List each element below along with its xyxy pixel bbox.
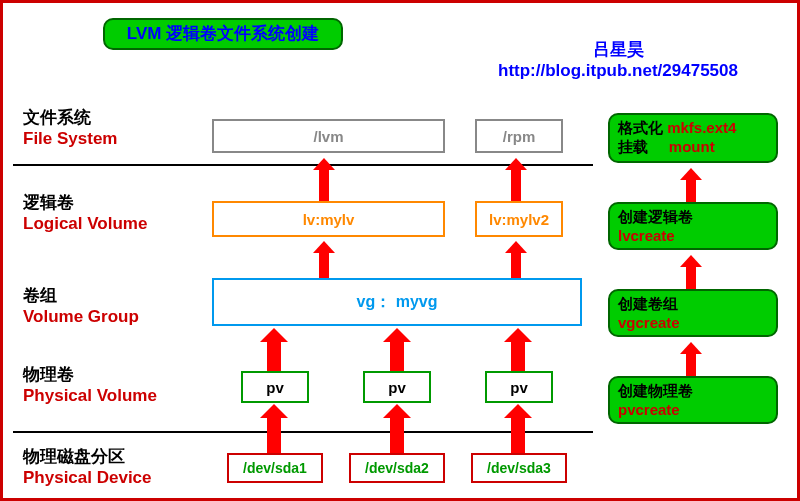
arrow-pd-to-pv-2 [390,418,404,453]
side-vgcreate-cn: 创建卷组 [618,295,678,312]
layer-vg-cn: 卷组 [23,284,139,307]
fs-lvm-box: /lvm [212,119,445,153]
side-lvcreate-cmd: lvcreate [618,227,675,244]
layer-pd-en: Physical Device [23,468,152,488]
pv-box-3: pv [485,371,553,403]
vg-myvg-box: vg： myvg [212,278,582,326]
layer-pv-en: Physical Volume [23,386,157,406]
layer-pd-cn: 物理磁盘分区 [23,445,152,468]
layer-pv-label: 物理卷 Physical Volume [23,363,157,406]
arrow-pd-to-pv-3 [511,418,525,453]
layer-fs-label: 文件系统 File System [23,106,118,149]
layer-fs-cn: 文件系统 [23,106,118,129]
layer-vg-label: 卷组 Volume Group [23,284,139,327]
layer-fs-en: File System [23,129,118,149]
side-arrow-lv-to-mkfs [686,180,696,202]
arrow-lv-to-fs-1 [319,170,329,201]
arrow-vg-to-lv-2 [511,253,521,278]
layer-lv-label: 逻辑卷 Logical Volume [23,191,147,234]
side-mkfs-cn2: 挂载 [618,138,648,155]
lv-mylv2-box: lv:mylv2 [475,201,563,237]
layer-pv-cn: 物理卷 [23,363,157,386]
side-vgcreate-cmd: vgcreate [618,314,680,331]
author-name: 吕星昊 [458,38,778,61]
arrow-lv-to-fs-2 [511,170,521,201]
lv-mylv-box: lv:mylv [212,201,445,237]
layer-pd-label: 物理磁盘分区 Physical Device [23,445,152,488]
author-url: http://blog.itpub.net/29475508 [458,61,778,81]
side-mkfs-box: 格式化 mkfs.ext4 挂载 mount [608,113,778,163]
pv-box-1: pv [241,371,309,403]
side-pvcreate-cn: 创建物理卷 [618,382,693,399]
fs-rpm-box: /rpm [475,119,563,153]
arrow-pv-to-vg-2 [390,342,404,371]
side-mkfs-cmd2: mount [669,138,715,155]
attribution: 吕星昊 http://blog.itpub.net/29475508 [458,38,778,81]
side-mkfs-cn1: 格式化 [618,119,663,136]
arrow-vg-to-lv-1 [319,253,329,278]
layer-vg-en: Volume Group [23,307,139,327]
pd-sda1-box: /dev/sda1 [227,453,323,483]
pv-box-2: pv [363,371,431,403]
side-arrow-pv-to-vg [686,354,696,376]
side-lvcreate-cn: 创建逻辑卷 [618,208,693,225]
side-arrow-vg-to-lv [686,267,696,289]
pd-sda2-box: /dev/sda2 [349,453,445,483]
side-pvcreate-box: 创建物理卷 pvcreate [608,376,778,424]
layer-lv-en: Logical Volume [23,214,147,234]
divider-bottom [13,431,593,433]
diagram-title: LVM 逻辑卷文件系统创建 [103,18,343,50]
side-pvcreate-cmd: pvcreate [618,401,680,418]
pd-sda3-box: /dev/sda3 [471,453,567,483]
diagram-frame: LVM 逻辑卷文件系统创建 吕星昊 http://blog.itpub.net/… [0,0,800,501]
side-mkfs-cmd1: mkfs.ext4 [667,119,736,136]
side-lvcreate-box: 创建逻辑卷 lvcreate [608,202,778,250]
arrow-pv-to-vg-3 [511,342,525,371]
layer-lv-cn: 逻辑卷 [23,191,147,214]
side-vgcreate-box: 创建卷组 vgcreate [608,289,778,337]
arrow-pd-to-pv-1 [267,418,281,453]
arrow-pv-to-vg-1 [267,342,281,371]
